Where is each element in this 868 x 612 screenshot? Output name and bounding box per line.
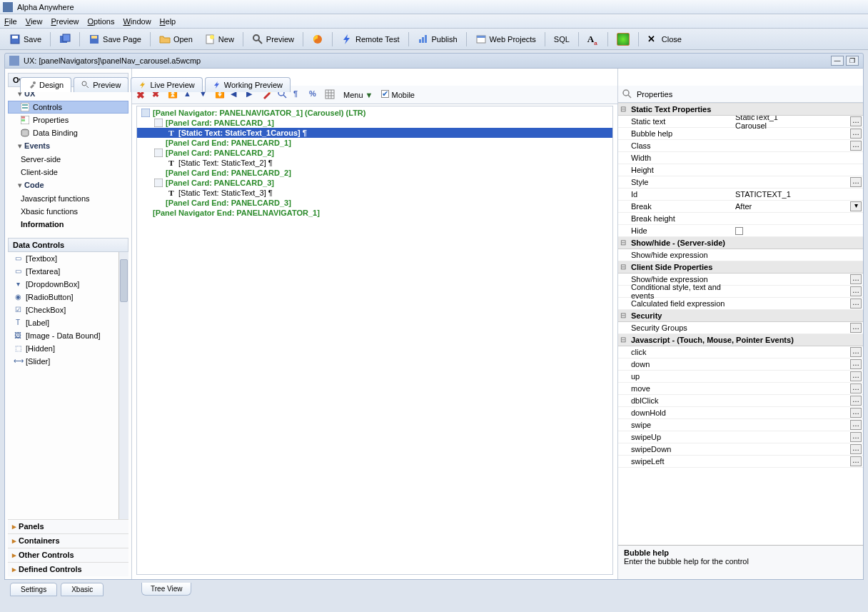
checkbox[interactable] xyxy=(735,227,743,235)
edit-button[interactable]: … xyxy=(850,432,862,442)
property-group[interactable]: Security xyxy=(618,310,863,322)
property-row[interactable]: downHold… xyxy=(618,407,863,419)
nav-data-binding[interactable]: Data Binding xyxy=(8,126,128,139)
menu-options[interactable]: Options xyxy=(88,17,115,26)
property-row[interactable]: Class… xyxy=(618,140,863,152)
tree-node[interactable]: [Panel Navigator: PANELNAVIGATOR_1] (Car… xyxy=(137,108,612,118)
tree-node[interactable]: [Panel Card: PANELCARD_3] xyxy=(137,178,612,188)
tree-node[interactable]: [Panel Card: PANELCARD_1] xyxy=(137,118,612,128)
property-row[interactable]: Break height xyxy=(618,213,863,225)
open-button[interactable]: Open xyxy=(154,31,198,48)
edit-button[interactable]: … xyxy=(850,444,862,454)
scrollbar[interactable] xyxy=(118,252,128,519)
pilcrow-icon[interactable]: ¶ xyxy=(293,89,305,101)
grid-icon[interactable] xyxy=(325,89,336,101)
property-row[interactable]: Calculated field expression… xyxy=(618,298,863,310)
property-row[interactable]: Conditional style, text and events… xyxy=(618,286,863,298)
panels-header[interactable]: ▸ Panels xyxy=(8,519,128,533)
defined-controls-header[interactable]: ▸ Defined Controls xyxy=(8,562,128,576)
containers-header[interactable]: ▸ Containers xyxy=(8,533,128,548)
percent-icon[interactable]: % xyxy=(309,89,321,101)
search-props-icon[interactable] xyxy=(622,89,632,99)
data-control-item[interactable]: T[Label] xyxy=(8,316,128,329)
tree-node[interactable]: [Panel Navigator End: PANELNAVIGATOR_1] xyxy=(137,208,612,218)
property-row[interactable]: down… xyxy=(618,358,863,371)
property-row[interactable]: BreakAfter▾ xyxy=(618,201,863,213)
property-row[interactable]: swipeLeft… xyxy=(618,456,863,468)
edit-button[interactable]: … xyxy=(850,420,862,430)
other-controls-header[interactable]: ▸ Other Controls xyxy=(8,548,128,562)
tree-view-tab[interactable]: Tree View xyxy=(141,583,191,596)
edit-button[interactable]: … xyxy=(850,116,862,126)
edit-button[interactable]: … xyxy=(850,177,862,187)
data-control-item[interactable]: ⟷[Slider] xyxy=(8,355,128,368)
save-as-button[interactable] xyxy=(54,31,76,48)
scrollbar-thumb[interactable] xyxy=(120,259,128,302)
web-projects-button[interactable]: Web Projects xyxy=(470,31,541,48)
font-button[interactable]: Aa xyxy=(582,31,604,48)
property-group[interactable]: Static Text Properties xyxy=(618,104,863,116)
edit-button[interactable]: … xyxy=(850,359,862,369)
edit-button[interactable]: … xyxy=(850,371,862,381)
property-row[interactable]: move… xyxy=(618,383,863,395)
code-section[interactable]: Code xyxy=(8,179,128,192)
mobile-checkbox[interactable]: ✔ Mobile xyxy=(381,90,414,99)
events-section[interactable]: Events xyxy=(8,139,128,153)
tree-node[interactable]: [Panel Card End: PANELCARD_3] xyxy=(137,198,612,208)
tab-preview[interactable]: Preview xyxy=(74,77,128,92)
nav-server-side[interactable]: Server-side xyxy=(8,153,128,166)
edit-button[interactable]: … xyxy=(850,456,862,466)
edit-button[interactable]: … xyxy=(850,383,862,393)
edit-button[interactable]: … xyxy=(850,141,862,151)
edit-button[interactable]: … xyxy=(850,408,862,418)
property-row[interactable]: dblClick… xyxy=(618,395,863,407)
edit-button[interactable]: … xyxy=(850,286,862,296)
nav-information[interactable]: Information xyxy=(8,218,128,231)
tree-node[interactable]: T[Static Text: StaticText_3] ¶ xyxy=(137,188,612,198)
property-row[interactable]: click… xyxy=(618,346,863,358)
dropdown-button[interactable]: ▾ xyxy=(850,201,862,211)
tab-working-preview[interactable]: Working Preview xyxy=(205,77,291,92)
tree-node[interactable]: [Panel Card End: PANELCARD_1] xyxy=(137,138,612,148)
save-page-button[interactable]: Save Page xyxy=(84,31,146,48)
edit-button[interactable]: … xyxy=(850,274,862,284)
property-row[interactable]: swipeDown… xyxy=(618,443,863,456)
new-button[interactable]: New xyxy=(199,31,239,48)
edit-button[interactable]: … xyxy=(850,396,862,406)
property-row[interactable]: swipe… xyxy=(618,419,863,431)
property-group[interactable]: Client Side Properties xyxy=(618,261,863,274)
tab-design[interactable]: Design xyxy=(20,77,71,92)
nav-controls[interactable]: Controls xyxy=(8,101,128,114)
property-row[interactable]: Height xyxy=(618,164,863,176)
property-row[interactable]: swipeUp… xyxy=(618,431,863,443)
save-button[interactable]: Save xyxy=(4,31,46,48)
nav-js-functions[interactable]: Javascript functions xyxy=(8,192,128,205)
property-row[interactable]: up… xyxy=(618,371,863,383)
tab-live-preview[interactable]: Live Preview xyxy=(131,77,202,92)
property-row[interactable]: Security Groups… xyxy=(618,322,863,334)
menu-window[interactable]: Window xyxy=(123,17,151,26)
edit-button[interactable]: … xyxy=(850,129,862,139)
control-tree[interactable]: [Panel Navigator: PANELNAVIGATOR_1] (Car… xyxy=(136,106,613,575)
data-control-item[interactable]: ▾[DropdownBox] xyxy=(8,278,128,291)
data-control-item[interactable]: ◉[RadioButton] xyxy=(8,291,128,304)
nav-client-side[interactable]: Client-side xyxy=(8,166,128,179)
publish-button[interactable]: Publish xyxy=(413,31,463,48)
sql-button[interactable]: SQL xyxy=(549,32,575,46)
firefox-button[interactable] xyxy=(307,31,328,48)
menu-dropdown[interactable]: Menu ▼ xyxy=(343,91,373,99)
property-group[interactable]: Javascript - (Touch, Mouse, Pointer Even… xyxy=(618,334,863,346)
restore-button[interactable]: ❐ xyxy=(846,56,859,66)
edit-button[interactable]: … xyxy=(850,299,862,308)
property-group[interactable]: Show/hide - (Server-side) xyxy=(618,237,863,249)
tree-node[interactable]: T[Static Text: StaticText_2] ¶ xyxy=(137,158,612,168)
data-control-item[interactable]: ⬚[Hidden] xyxy=(8,342,128,355)
menu-view[interactable]: View xyxy=(26,17,43,26)
menu-preview[interactable]: Preview xyxy=(51,17,79,26)
preview-button[interactable]: Preview xyxy=(247,31,299,48)
data-control-item[interactable]: ▭[Textarea] xyxy=(8,265,128,278)
minimize-button[interactable]: — xyxy=(831,56,844,66)
status-button[interactable] xyxy=(612,30,635,49)
menu-help[interactable]: Help xyxy=(160,17,176,26)
menu-file[interactable]: File xyxy=(4,17,17,26)
